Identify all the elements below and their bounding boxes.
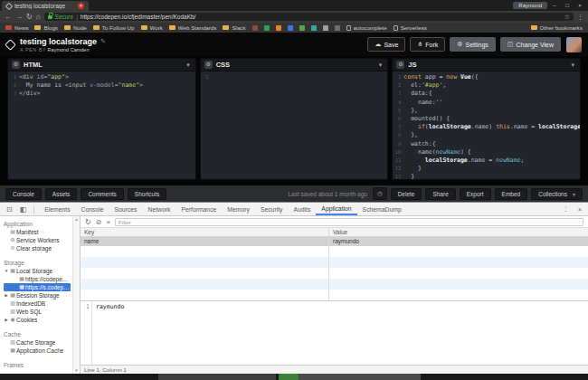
bookmark-item[interactable]: Node	[64, 24, 87, 31]
user-avatar[interactable]	[566, 37, 582, 52]
delete-button[interactable]: Delete	[391, 188, 422, 200]
assets-button[interactable]: Assets	[45, 188, 78, 200]
saved-history-icon[interactable]: ◷	[373, 187, 387, 200]
browser-menu-icon[interactable]: ⋮	[577, 14, 583, 21]
sidebar-item-https-codepen-io[interactable]: ▦https://codepen.io	[4, 275, 71, 283]
bookmark-item[interactable]: Serverless	[394, 24, 427, 31]
forward-icon[interactable]: →	[15, 13, 23, 22]
empty-table-row[interactable]	[81, 290, 588, 300]
line-number: 2	[393, 81, 403, 90]
bookmarks-bar: NewsBlogsNodeTo Follow UpWorkWeb Standar…	[0, 23, 588, 33]
editor-settings-icon[interactable]: ⚙	[396, 61, 404, 69]
clear-all-icon[interactable]: ⊘	[96, 218, 102, 226]
sidebar-item-service-workers[interactable]: ⚙Service Workers	[4, 236, 71, 244]
other-bookmarks-button[interactable]: Other bookmarks	[531, 24, 583, 31]
chevron-down-icon[interactable]: ▾	[186, 62, 192, 69]
sidebar-item-indexeddb[interactable]: ▥IndexedDB	[4, 299, 71, 308]
site-favicon[interactable]	[299, 25, 305, 31]
tab-network[interactable]: Network	[142, 204, 175, 214]
tab-sources[interactable]: Sources	[109, 204, 143, 214]
devtools-close-icon[interactable]: ×	[575, 206, 584, 213]
tab-close-icon[interactable]: ×	[78, 3, 84, 9]
empty-table-row[interactable]	[81, 246, 588, 257]
address-bar[interactable]: Secure | https://codepen.io/cfjedimaster…	[44, 13, 574, 21]
bookmark-item[interactable]: To Follow Up	[93, 24, 135, 31]
device-toolbar-icon[interactable]: ◧	[17, 205, 30, 214]
filter-input[interactable]	[115, 218, 583, 226]
refresh-icon[interactable]: ↻	[26, 13, 33, 22]
embed-button[interactable]: Embed	[495, 188, 528, 200]
tab-memory[interactable]: Memory	[222, 204, 255, 214]
collections-button[interactable]: Collections▾	[531, 188, 583, 200]
edit-pencil-icon[interactable]: ✎	[100, 38, 106, 45]
value-preview-pane[interactable]: 1 raymundo	[81, 300, 588, 365]
delete-selected-icon[interactable]: ×	[106, 218, 110, 226]
tab-application[interactable]: Application	[316, 203, 356, 215]
site-favicon[interactable]	[311, 25, 317, 31]
editor-settings-icon[interactable]: ⚙	[12, 61, 20, 69]
back-icon[interactable]: ←	[5, 13, 12, 22]
sidebar-item-application-cache[interactable]: ▦Application Cache	[4, 347, 71, 355]
tab-elements[interactable]: Elements	[39, 204, 75, 214]
chevron-down-icon[interactable]: ▾	[572, 62, 577, 69]
table-row[interactable]: nameraymundo	[81, 237, 588, 246]
site-favicon[interactable]	[264, 25, 270, 31]
site-favicon[interactable]	[288, 25, 293, 31]
minimize-button[interactable]: –	[549, 3, 560, 8]
console-button[interactable]: Console	[5, 188, 42, 200]
devtools-menu-icon[interactable]: ⋮	[560, 205, 572, 213]
fork-button[interactable]: ⋔Fork	[410, 37, 445, 52]
tab-security[interactable]: Security	[255, 204, 289, 214]
bookmark-item[interactable]: Web Standards	[169, 24, 217, 31]
refresh-icon[interactable]: ↻	[85, 218, 91, 226]
change-view-button[interactable]: ◫Change View	[500, 37, 561, 52]
code-editor[interactable]: 1	[201, 71, 388, 179]
bookmark-item[interactable]: Slack	[223, 24, 245, 31]
profile-button[interactable]: Raymond	[513, 2, 547, 9]
sidebar-item-session-storage[interactable]: ▶▦Session Storage	[4, 291, 71, 299]
site-favicon[interactable]	[335, 25, 340, 31]
sidebar-item-local-storage[interactable]: ▼▦Local Storage	[4, 267, 71, 275]
bookmark-item[interactable]: autocomplete	[346, 24, 387, 31]
close-button[interactable]: ×	[574, 3, 585, 8]
sidebar-item-https-s-codepen-io[interactable]: ▦https://s.codepen.io	[4, 283, 71, 291]
save-button[interactable]: ☁Save	[367, 37, 405, 52]
bookmark-item[interactable]: Blogs	[34, 24, 57, 31]
bookmark-item[interactable]: News	[5, 24, 28, 31]
tab-audits[interactable]: Audits	[288, 204, 316, 214]
sidebar-item-web-sql[interactable]: ▥Web SQL	[4, 308, 71, 316]
empty-table-row[interactable]	[81, 268, 588, 279]
tab-console[interactable]: Console	[76, 204, 109, 214]
editor-settings-icon[interactable]: ⚙	[204, 61, 213, 69]
tab-schemadump[interactable]: SchemaDump	[357, 204, 407, 214]
site-favicon[interactable]	[252, 25, 258, 31]
service-worker-icon: ⚙	[9, 236, 16, 244]
bookmark-star-icon[interactable]: ☆	[564, 14, 570, 21]
settings-button[interactable]: ⚙Settings	[450, 37, 496, 52]
code-editor[interactable]: 1const app = new Vue({2 el:'#app',3 data…	[393, 71, 580, 179]
comments-button[interactable]: Comments	[81, 188, 123, 200]
bookmark-item[interactable]: Work	[141, 24, 163, 31]
share-button[interactable]: Share	[425, 188, 455, 200]
scroll-down-icon[interactable]: ▼	[73, 368, 80, 373]
tab-performance[interactable]: Performance	[175, 204, 222, 214]
sidebar-scrollbar[interactable]: ▲▼	[72, 216, 80, 374]
code-editor[interactable]: 1<div id="app">2 My name is <input v-mod…	[8, 71, 195, 179]
site-favicon[interactable]	[323, 25, 328, 31]
scroll-up-icon[interactable]: ▲	[73, 217, 80, 222]
pen-author[interactable]: Raymond Camden	[48, 47, 90, 52]
sidebar-item-clear-storage[interactable]: ⊘Clear storage	[4, 244, 71, 252]
restore-button[interactable]: □	[562, 3, 573, 8]
browser-tab[interactable]: testing localstorage ×	[2, 1, 89, 11]
home-icon[interactable]: ⌂	[36, 13, 41, 22]
empty-table-row[interactable]	[81, 279, 588, 290]
empty-table-row[interactable]	[81, 257, 588, 268]
export-button[interactable]: Export	[460, 188, 491, 200]
site-favicon[interactable]	[276, 25, 281, 31]
sidebar-item-cache-storage[interactable]: ▥Cache Storage	[4, 338, 71, 347]
shortcuts-button[interactable]: Shortcuts	[128, 188, 166, 200]
sidebar-item-cookies[interactable]: ▶◉Cookies	[4, 316, 71, 324]
chevron-down-icon[interactable]: ▾	[379, 62, 384, 69]
inspect-element-icon[interactable]: ⊡	[4, 205, 15, 214]
sidebar-item-manifest[interactable]: ▤Manifest	[4, 228, 71, 236]
